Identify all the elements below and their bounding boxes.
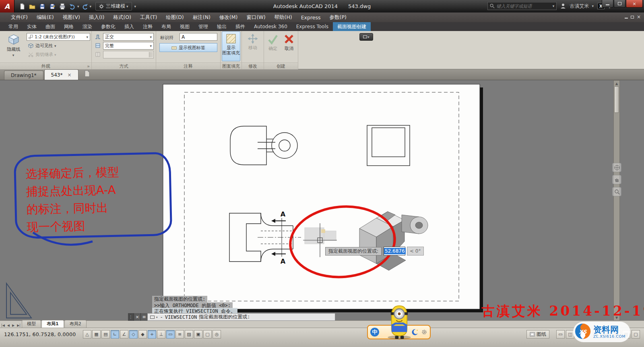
menu-dimension[interactable]: 标注(N) <box>188 12 215 23</box>
ribbon-tab-express-tools[interactable]: Express Tools <box>292 22 333 31</box>
menu-express[interactable]: Express <box>297 13 325 22</box>
command-input[interactable]: ▾ - VIEWSECTION 指定截面视图的位置或: <box>147 313 335 321</box>
panel-appearance-expander-icon[interactable]: » <box>87 64 90 69</box>
command-close-icon[interactable]: × <box>134 313 140 321</box>
infocenter-search[interactable]: ▾ <box>487 2 557 10</box>
layout-last-icon[interactable]: ▶| <box>16 323 22 328</box>
infer-constraints-toggle[interactable]: △ <box>83 330 91 339</box>
cut-inheritance-button[interactable]: 剪切继承 ▾ <box>27 51 58 58</box>
depth-distance-input[interactable] <box>103 51 154 58</box>
ribbon-media-button[interactable]: ▾ <box>359 33 373 41</box>
layout-prev-icon[interactable]: ◀ <box>6 323 11 328</box>
vertical-scrollbar[interactable]: ▲ ▼ <box>613 80 620 321</box>
polar-toggle[interactable]: ∠ <box>120 330 128 339</box>
save-as-icon[interactable] <box>48 2 57 11</box>
ribbon-tab-solid[interactable]: 实体 <box>23 22 41 31</box>
projection-combo[interactable]: 正交 ▾ <box>103 33 154 41</box>
save-icon[interactable] <box>38 2 47 11</box>
snap-toggle[interactable]: ▦ <box>92 330 101 339</box>
show-hatch-button[interactable]: 显示 图案填充 <box>222 31 240 61</box>
tab-layout1[interactable]: 布局1 <box>41 320 64 328</box>
new-file-icon[interactable] <box>18 2 27 11</box>
open-file-icon[interactable] <box>28 2 37 11</box>
mdi-close-icon[interactable]: × <box>637 14 641 20</box>
undo-icon[interactable] <box>68 2 77 11</box>
view-scale-combo[interactable]: 1:2 (来自父视图(F)) ▾ <box>27 33 90 41</box>
menu-format[interactable]: 格式(O) <box>109 12 136 23</box>
full-navigation-wheel-icon[interactable] <box>612 163 621 172</box>
menu-tools[interactable]: 工具(T) <box>136 12 161 23</box>
menu-modify[interactable]: 修改(M) <box>215 12 242 23</box>
command-grip-icon[interactable]: ⋮ <box>128 313 134 321</box>
ribbon-tab-section-view-creation[interactable]: 截面视图创建 <box>333 22 371 31</box>
workspace-selector[interactable]: 三维建模 ▾ <box>95 2 132 10</box>
grid-toggle[interactable]: ▤ <box>101 330 110 339</box>
mdi-restore-icon[interactable] <box>631 16 634 19</box>
3d-osnap-toggle[interactable]: ◆ <box>138 330 147 339</box>
search-caret-icon[interactable]: ▾ <box>553 4 555 8</box>
ducs-toggle[interactable]: ⊥ <box>157 330 165 339</box>
ime-settings-gear-icon[interactable] <box>421 329 427 335</box>
depth-combo[interactable]: 完整 ▾ <box>103 42 154 50</box>
ribbon-tab-home[interactable]: 常用 <box>4 22 23 31</box>
ribbon-tab-mesh[interactable]: 网格 <box>60 22 78 31</box>
close-button[interactable]: × <box>626 0 643 8</box>
ribbon-tab-parametric[interactable]: 参数化 <box>97 22 120 31</box>
otrack-toggle[interactable]: + <box>148 330 156 339</box>
cancel-button[interactable]: 取消 <box>281 31 297 61</box>
ribbon-tab-annotate[interactable]: 注释 <box>138 22 157 31</box>
file-tab-drawing1[interactable]: Drawing1* <box>4 71 43 80</box>
ribbon-tab-layout[interactable]: 布局 <box>157 22 175 31</box>
ortho-toggle[interactable]: ∟ <box>111 330 119 339</box>
signin-user-name[interactable]: 古滇艾米 <box>570 3 589 10</box>
redo-caret-icon[interactable]: ▾ <box>90 4 92 8</box>
ribbon-tab-view[interactable]: 视图 <box>175 22 194 31</box>
tab-layout2[interactable]: 布局2 <box>64 320 87 328</box>
undo-caret-icon[interactable]: ▾ <box>77 4 79 8</box>
move-button[interactable]: 移动 <box>245 31 261 61</box>
model-paper-toggle[interactable]: ▭ <box>556 330 565 339</box>
plot-icon[interactable] <box>58 2 67 11</box>
drawing-canvas[interactable]: A A <box>0 80 644 320</box>
dyn-input-toggle[interactable]: ▭ <box>166 330 175 339</box>
ribbon-tab-plugins[interactable]: 插件 <box>231 22 250 31</box>
scrollbar-thumb[interactable] <box>614 86 619 113</box>
ribbon-tab-surface[interactable]: 曲面 <box>41 22 60 31</box>
menu-draw[interactable]: 绘图(D) <box>161 12 188 23</box>
quick-properties-toggle[interactable]: ▣ <box>194 330 202 339</box>
maximize-button[interactable] <box>614 0 625 8</box>
autocad-logo-icon[interactable]: A <box>0 0 14 12</box>
menu-edit[interactable]: 编辑(E) <box>32 12 58 23</box>
hidden-lines-button[interactable]: 隐藏线 ▾ <box>2 31 25 61</box>
clean-screen-button[interactable]: ▢ <box>632 330 640 339</box>
layout-next-icon[interactable]: ▶ <box>11 323 16 328</box>
file-tab-close-icon[interactable]: × <box>67 72 71 78</box>
menu-window[interactable]: 窗口(W) <box>242 12 270 23</box>
file-tab-543[interactable]: 543* × <box>44 69 78 80</box>
new-tab-button[interactable] <box>83 70 91 79</box>
menu-parametric[interactable]: 参数(P) <box>325 12 351 23</box>
paper-space-button[interactable]: 图纸 <box>526 330 549 339</box>
osnap-toggle[interactable]: ◇ <box>129 330 138 339</box>
edge-visibility-button[interactable]: 边可见性 ▾ <box>27 42 58 50</box>
layout-first-icon[interactable]: |◀ <box>0 323 6 328</box>
menu-insert[interactable]: 插入(I) <box>85 12 109 23</box>
tab-model[interactable]: 模型 <box>22 320 41 328</box>
pan-hand-icon[interactable] <box>612 175 621 184</box>
identifier-input[interactable] <box>180 33 217 41</box>
selection-cycling-toggle[interactable]: ▢ <box>203 330 212 339</box>
zoom-magnifier-icon[interactable] <box>612 187 621 196</box>
minimize-button[interactable] <box>602 0 613 8</box>
transparency-toggle[interactable]: ▨ <box>185 330 193 339</box>
ime-language-toggle[interactable]: 中 <box>370 328 379 337</box>
lineweight-toggle[interactable]: ≡ <box>175 330 184 339</box>
ribbon-tab-autodesk360[interactable]: Autodesk 360 <box>250 22 292 31</box>
command-caret-icon[interactable]: ▾ <box>156 315 158 319</box>
signin-caret-icon[interactable]: ▾ <box>592 4 594 8</box>
redo-icon[interactable] <box>80 2 89 11</box>
show-view-label-button[interactable]: 显示视图标签 <box>159 43 217 52</box>
dyn-input-value-field[interactable]: 52.6876 <box>384 247 405 256</box>
annotation-monitor-toggle[interactable]: ◎ <box>213 330 221 339</box>
ribbon-tab-manage[interactable]: 管理 <box>194 22 213 31</box>
scroll-up-icon[interactable]: ▲ <box>615 81 618 86</box>
